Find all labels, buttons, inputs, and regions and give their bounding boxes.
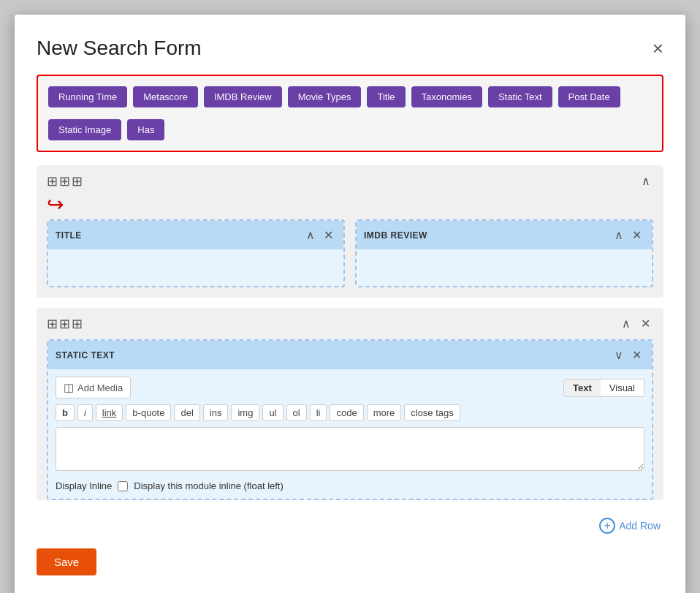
card-title-up-button[interactable]: ∧ <box>303 227 318 243</box>
card-imdb-review: IMDB REVIEW ∧ ✕ <box>355 219 653 287</box>
add-media-button[interactable]: ◫ Add Media <box>56 377 131 399</box>
card-title-close-button[interactable]: ✕ <box>321 227 336 243</box>
fmt-li[interactable]: li <box>310 404 327 421</box>
row1-controls: ∧ <box>639 173 653 189</box>
add-media-label: Add Media <box>77 382 123 393</box>
static-text-down-button[interactable]: ∨ <box>612 347 626 363</box>
card-title-label: TITLE <box>56 230 82 241</box>
card-title-header: TITLE ∧ ✕ <box>48 221 343 249</box>
tab-visual[interactable]: Visual <box>601 379 644 396</box>
display-inline-label: Display Inline <box>56 480 112 491</box>
add-row-circle-icon: + <box>599 518 615 534</box>
card-imdb-controls: ∧ ✕ <box>612 227 644 243</box>
close-button[interactable]: × <box>653 39 663 58</box>
modal-header: New Search Form × <box>37 37 663 60</box>
fmt-more[interactable]: more <box>367 404 402 421</box>
fmt-close-tags[interactable]: close tags <box>404 404 460 421</box>
row1-grid-icon: ⊞⊞⊞ <box>47 173 84 189</box>
display-inline-checkbox[interactable] <box>118 481 128 491</box>
fmt-ul[interactable]: ul <box>262 404 283 421</box>
fmt-bquote[interactable]: b-quote <box>126 404 171 421</box>
text-visual-tabs: Text Visual <box>563 379 644 397</box>
arrow-icon: ↪ <box>47 192 64 216</box>
tag-taxonomies[interactable]: Taxonomies <box>411 86 482 107</box>
row2-close-button[interactable]: ✕ <box>638 315 653 332</box>
card-imdb-up-button[interactable]: ∧ <box>612 227 626 243</box>
add-row-label: Add Row <box>619 520 661 532</box>
row-section-2: ⊞⊞⊞ ∧ ✕ STATIC TEXT ∨ ✕ ◫ Add Media <box>37 308 663 500</box>
fmt-ol[interactable]: ol <box>286 404 307 421</box>
tag-movie-types[interactable]: Movie Types <box>288 86 362 107</box>
display-inline-row: Display Inline Display this module inlin… <box>56 480 644 491</box>
tag-post-date[interactable]: Post Date <box>558 86 620 107</box>
add-row-button[interactable]: + Add Row <box>599 518 661 534</box>
editor-textarea[interactable] <box>56 427 644 471</box>
tag-static-text[interactable]: Static Text <box>488 86 552 107</box>
card-title-controls: ∧ ✕ <box>303 227 336 243</box>
static-text-card-label: STATIC TEXT <box>56 350 115 360</box>
tag-imdb-review[interactable]: IMDB Review <box>204 86 282 107</box>
tags-area: Running Time Metascore IMDB Review Movie… <box>37 75 663 152</box>
add-row-area: + Add Row <box>37 510 663 541</box>
display-inline-checkbox-label: Display this module inline (float left) <box>134 480 283 491</box>
fmt-code[interactable]: code <box>330 404 363 421</box>
editor-area: ◫ Add Media Text Visual b i link b-quote… <box>48 369 652 499</box>
static-text-card-controls: ∨ ✕ <box>612 347 644 363</box>
save-button[interactable]: Save <box>37 548 96 575</box>
fmt-bold[interactable]: b <box>56 404 75 421</box>
tag-running-time[interactable]: Running Time <box>48 86 127 107</box>
tab-text[interactable]: Text <box>564 379 601 396</box>
card-imdb-header: IMDB REVIEW ∧ ✕ <box>357 221 652 249</box>
modal-title: New Search Form <box>37 37 202 60</box>
fmt-italic[interactable]: i <box>77 404 93 421</box>
row2-controls: ∧ ✕ <box>619 315 653 332</box>
modal: New Search Form × Running Time Metascore… <box>15 15 685 593</box>
card-imdb-content <box>357 249 652 286</box>
fmt-ins[interactable]: ins <box>203 404 229 421</box>
row1-cards: TITLE ∧ ✕ IMDB REVIEW ∧ ✕ <box>37 219 663 298</box>
row1-header: ⊞⊞⊞ ∧ <box>37 165 663 197</box>
static-text-card-header: STATIC TEXT ∨ ✕ <box>48 341 652 369</box>
card-imdb-close-button[interactable]: ✕ <box>629 227 644 243</box>
row-section-1: ⊞⊞⊞ ∧ ↪ TITLE ∧ ✕ <box>37 165 663 298</box>
fmt-link[interactable]: link <box>96 404 123 421</box>
card-imdb-label: IMDB REVIEW <box>364 230 427 241</box>
row2-header: ⊞⊞⊞ ∧ ✕ <box>37 308 663 339</box>
fmt-img[interactable]: img <box>231 404 259 421</box>
static-text-card: STATIC TEXT ∨ ✕ ◫ Add Media Text Visual <box>47 339 653 500</box>
fmt-del[interactable]: del <box>174 404 199 421</box>
tag-metascore[interactable]: Metascore <box>133 86 198 107</box>
row2-grid-icon: ⊞⊞⊞ <box>47 316 84 332</box>
editor-format-bar: b i link b-quote del ins img ul ol li co… <box>56 404 644 421</box>
static-text-close-button[interactable]: ✕ <box>629 347 644 363</box>
add-media-icon: ◫ <box>64 381 74 394</box>
card-title: TITLE ∧ ✕ <box>47 219 345 287</box>
tag-static-image[interactable]: Static Image <box>48 119 121 140</box>
card-title-content <box>48 249 343 286</box>
row2-up-button[interactable]: ∧ <box>619 315 634 332</box>
row1-collapse-button[interactable]: ∧ <box>639 173 653 189</box>
tag-title[interactable]: Title <box>367 86 405 107</box>
editor-toolbar-top: ◫ Add Media Text Visual <box>56 377 644 399</box>
tag-has[interactable]: Has <box>127 119 164 140</box>
